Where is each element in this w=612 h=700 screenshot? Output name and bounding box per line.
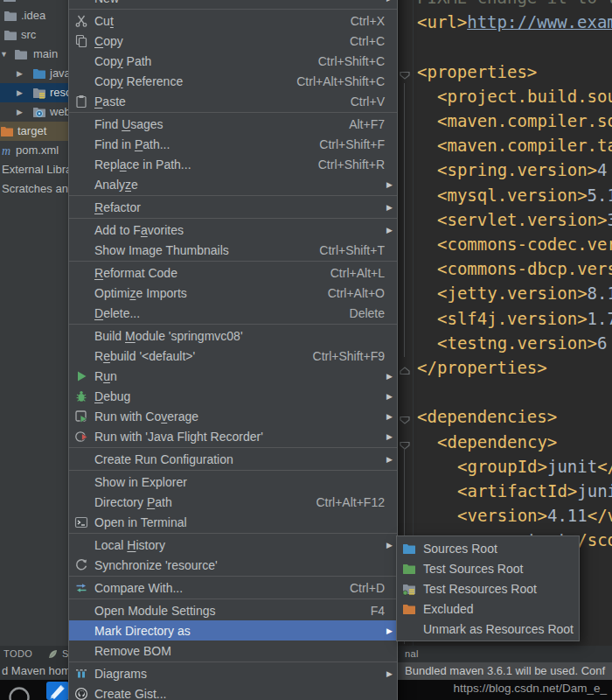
menu-item-diagrams[interactable]: Diagrams▶ <box>69 663 397 683</box>
icon-placeholder <box>74 475 88 489</box>
menu-item-open-module-settings[interactable]: Open Module SettingsF4 <box>69 600 397 620</box>
menu-item-create-gist[interactable]: Create Gist... <box>69 683 397 700</box>
menu-item-analyze[interactable]: Analyze▶ <box>69 174 397 194</box>
menu-item-local-history[interactable]: Local History▶ <box>69 535 397 555</box>
submenu-arrow-icon: ▶ <box>386 0 393 3</box>
submenu-arrow-icon: ▶ <box>386 372 393 381</box>
submenu-item-test-resources-root[interactable]: Test Resources Root <box>397 578 579 598</box>
menu-item-shortcut: Ctrl+Shift+C <box>318 54 392 68</box>
chevron-collapsed-icon[interactable]: ▶ <box>17 69 23 78</box>
code-segment: <maven.compiler.source> <box>437 111 612 130</box>
fold-marker-icon[interactable] <box>400 363 410 379</box>
folder-testres-icon <box>402 582 416 596</box>
code-line: <dependency> <box>437 430 557 454</box>
code-segment: <dependency> <box>437 432 557 452</box>
menu-item-debug[interactable]: Debug▶ <box>69 386 397 406</box>
menu-item-run[interactable]: Run▶ <box>69 366 397 386</box>
taskbar-app-icon[interactable] <box>46 682 69 700</box>
code-segment: junit <box>547 457 597 476</box>
code-segment: 3 <box>607 210 612 229</box>
fold-marker-icon[interactable] <box>400 67 410 83</box>
menu-separator <box>69 662 397 662</box>
submenu-item-sources-root[interactable]: Sources Root <box>397 538 579 558</box>
folder-orange-icon <box>0 124 14 138</box>
tree-item-label: target <box>17 122 46 141</box>
submenu-item-unmark-as-resources-root[interactable]: Unmark as Resources Root <box>397 619 579 639</box>
copy-icon <box>74 34 88 48</box>
code-line: <maven.compiler.target> <box>437 133 612 158</box>
menu-item-label: Run with Coverage <box>94 410 198 424</box>
code-segment: <project.build.sourceEncoding> <box>437 87 612 106</box>
menu-item-show-in-explorer[interactable]: Show in Explorer <box>69 472 397 492</box>
menu-item-compare-with[interactable]: Compare With...Ctrl+D <box>69 578 397 598</box>
menu-item-shortcut: Ctrl+Shift+F <box>319 137 392 151</box>
menu-item-shortcut: Delete <box>350 306 392 320</box>
menu-item-label: Delete... <box>94 306 140 320</box>
run-icon <box>74 369 88 383</box>
menu-item-delete[interactable]: Delete...Delete <box>69 303 397 323</box>
menu-item-create-run-configuration[interactable]: Create Run Configuration▶ <box>69 449 397 469</box>
menu-item-find-in-path[interactable]: Find in Path...Ctrl+Shift+F <box>69 134 397 154</box>
menu-item-build-module-springmvc08[interactable]: Build Module 'springmvc08' <box>69 326 397 346</box>
icon-placeholder <box>74 117 88 131</box>
menu-item-paste[interactable]: PasteCtrl+V <box>69 91 397 111</box>
menu-item-reformat-code[interactable]: Reformat CodeCtrl+Alt+L <box>69 262 397 283</box>
code-segment: <jetty.version> <box>437 284 588 303</box>
icon-placeholder <box>74 495 88 509</box>
menu-item-refactor[interactable]: Refactor▶ <box>69 197 397 217</box>
menu-item-run-with-java-flight-recorder[interactable]: Run with 'Java Flight Recorder'▶ <box>69 426 397 446</box>
menu-item-mark-directory-as[interactable]: Mark Directory as▶ <box>69 620 397 640</box>
circle-icon[interactable] <box>8 685 31 700</box>
menu-item-label: Show in Explorer <box>94 475 187 489</box>
menu-item-open-in-terminal[interactable]: Open in Terminal <box>69 512 397 532</box>
menu-item-remove-bom[interactable]: Remove BOM <box>69 640 397 661</box>
menu-item-label: Open Module Settings <box>94 604 216 618</box>
code-segment: <version> <box>457 506 547 525</box>
code-line: <artifactId>junit</artifactId> <box>457 479 612 503</box>
icon-placeholder <box>74 0 88 5</box>
submenu-item-excluded[interactable]: Excluded <box>397 598 579 619</box>
menu-item-label: New <box>94 0 119 5</box>
submenu-arrow-icon: ▶ <box>386 669 393 678</box>
menu-separator <box>69 261 397 262</box>
menu-item-copy-path[interactable]: Copy PathCtrl+Shift+C <box>69 51 397 71</box>
menu-item-cut[interactable]: CutCtrl+X <box>69 10 397 31</box>
menu-item-copy-reference[interactable]: Copy ReferenceCtrl+Alt+Shift+C <box>69 71 397 91</box>
menu-item-label: Copy <box>94 34 123 48</box>
fold-marker-icon[interactable] <box>400 412 410 428</box>
menu-item-show-image-thumbnails[interactable]: Show Image ThumbnailsCtrl+Shift+T <box>69 240 397 260</box>
menu-item-label: Find in Path... <box>94 137 170 151</box>
submenu-arrow-icon: ▶ <box>386 626 393 635</box>
menu-item-label: Paste <box>94 94 126 108</box>
terminal-icon <box>74 515 88 529</box>
terminal-toolwindow-button[interactable]: nal <box>405 646 419 662</box>
menu-item-replace-in-path[interactable]: Replace in Path...Ctrl+Shift+R <box>69 154 397 174</box>
menu-item-optimize-imports[interactable]: Optimize ImportsCtrl+Alt+O <box>69 283 397 303</box>
tree-item-label: .idea <box>21 6 45 25</box>
menu-item-new[interactable]: New▶ <box>69 0 397 8</box>
submenu-item-test-sources-root[interactable]: Test Sources Root <box>397 558 579 578</box>
todo-toolwindow-button[interactable]: TODO <box>3 646 32 662</box>
fold-marker-icon[interactable] <box>400 438 410 453</box>
code-segment: <dependencies> <box>417 407 557 426</box>
code-line: <url>http://www.example.com <box>417 10 612 34</box>
submenu-item-label: Unmark as Resources Root <box>423 622 574 636</box>
code-segment: </groupId> <box>597 457 612 476</box>
sync-icon <box>74 558 88 572</box>
chevron-collapsed-icon[interactable]: ▶ <box>17 88 23 97</box>
menu-item-add-to-favorites[interactable]: Add to Favorites▶ <box>69 220 397 240</box>
chevron-collapsed-icon[interactable]: ▶ <box>17 108 23 116</box>
menu-item-copy[interactable]: CopyCtrl+C <box>69 31 397 51</box>
chevron-expanded-icon[interactable]: ▼ <box>0 50 8 59</box>
menu-item-run-with-coverage[interactable]: Run with Coverage▶ <box>69 406 397 426</box>
code-line: <commons-dbcp.version> <box>437 256 612 281</box>
menu-item-rebuild-default[interactable]: Rebuild '<default>'Ctrl+Shift+F9 <box>69 346 397 366</box>
submenu-item-label: Test Sources Root <box>423 562 523 576</box>
menu-separator <box>69 576 397 577</box>
icon-placeholder <box>74 306 88 320</box>
menu-item-synchronize-resource[interactable]: Synchronize 'resource' <box>69 555 397 575</box>
code-segment: <testng.version> <box>437 333 597 353</box>
menu-item-directory-path[interactable]: Directory PathCtrl+Alt+F12 <box>69 492 397 512</box>
menu-item-find-usages[interactable]: Find UsagesAlt+F7 <box>69 114 397 134</box>
code-segment: 4 <box>597 160 607 179</box>
